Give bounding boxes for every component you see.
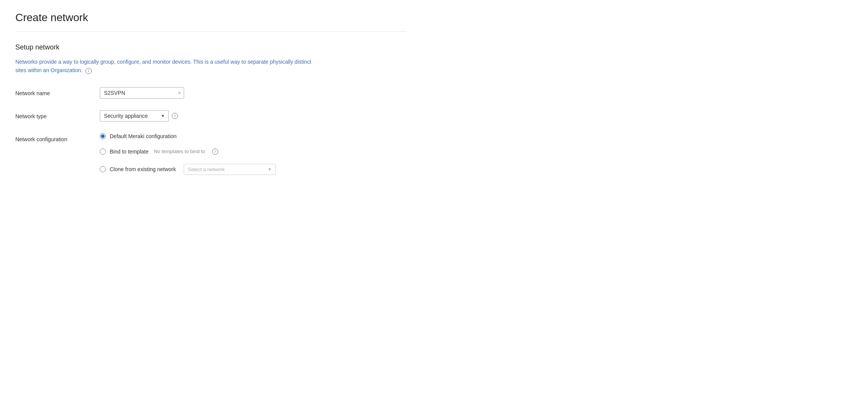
radio-row-default: Default Meraki configuration [100, 133, 407, 139]
radio-clone-label[interactable]: Clone from existing network [110, 166, 176, 172]
radio-bind-label[interactable]: Bind to template [110, 149, 148, 155]
radio-clone[interactable] [100, 166, 106, 172]
network-type-row: Network type Security appliance Wireless… [15, 110, 407, 122]
network-type-select-wrapper: Security appliance Wireless Switch Camer… [100, 110, 169, 122]
network-type-select[interactable]: Security appliance Wireless Switch Camer… [100, 110, 169, 122]
radio-default[interactable] [100, 133, 106, 139]
network-name-control: × [100, 87, 407, 99]
radio-row-clone: Clone from existing network Select a net… [100, 164, 407, 175]
network-configuration-control: Default Meraki configuration Bind to tem… [100, 133, 407, 175]
radio-row-bind: Bind to template No templates to bind to… [100, 149, 407, 155]
network-name-input[interactable] [100, 87, 184, 99]
select-network-dropdown[interactable]: Select a network [184, 164, 276, 175]
network-name-input-wrapper: × [100, 87, 184, 99]
description-info-icon[interactable]: i [86, 68, 92, 74]
section-divider [15, 31, 407, 32]
network-type-info-icon[interactable]: i [172, 113, 178, 119]
page-container: Create network Setup network Networks pr… [0, 0, 422, 198]
section-description: Networks provide a way to logically grou… [15, 58, 322, 75]
radio-group: Default Meraki configuration Bind to tem… [100, 133, 407, 175]
network-name-label: Network name [15, 87, 100, 96]
network-type-control: Security appliance Wireless Switch Camer… [100, 110, 407, 122]
network-name-row: Network name × [15, 87, 407, 99]
select-network-wrapper: Select a network ▼ [184, 164, 276, 175]
page-title: Create network [15, 12, 407, 24]
network-type-label: Network type [15, 110, 100, 119]
radio-bind[interactable] [100, 149, 106, 155]
network-configuration-label: Network configuration [15, 133, 100, 142]
network-configuration-row: Network configuration Default Meraki con… [15, 133, 407, 175]
bind-template-note: No templates to bind to [154, 149, 205, 154]
section-title: Setup network [15, 43, 407, 51]
bind-template-info-icon[interactable]: i [212, 149, 218, 155]
radio-default-label[interactable]: Default Meraki configuration [110, 133, 176, 139]
clear-icon[interactable]: × [178, 90, 181, 96]
